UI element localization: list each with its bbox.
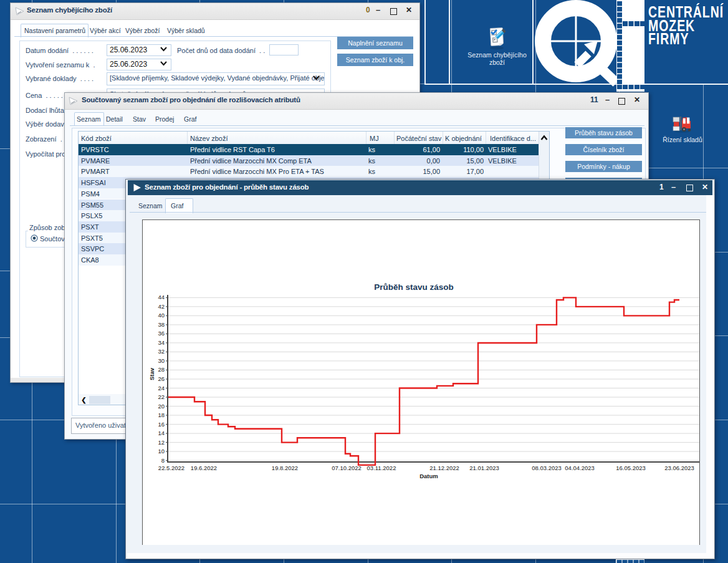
svg-text:14: 14 [158,430,165,436]
svg-text:20: 20 [158,403,165,410]
svg-text:21.01.2023: 21.01.2023 [469,464,499,471]
svg-text:34: 34 [158,339,165,346]
svg-text:12: 12 [158,439,165,446]
svg-text:42: 42 [158,303,165,310]
svg-text:08.03.2023: 08.03.2023 [532,464,562,471]
svg-text:26: 26 [158,375,165,382]
svg-text:07.10.2022: 07.10.2022 [332,464,362,471]
svg-text:40: 40 [158,312,165,319]
svg-text:32: 32 [158,348,165,355]
svg-text:04.04.2023: 04.04.2023 [565,464,595,471]
svg-text:18: 18 [158,411,165,418]
svg-text:44: 44 [158,294,165,301]
svg-text:Stav: Stav [148,367,155,380]
svg-text:10: 10 [158,448,165,455]
svg-text:28: 28 [158,366,165,373]
svg-text:19.6.2022: 19.6.2022 [191,464,217,471]
svg-text:8: 8 [161,457,165,464]
svg-text:Datum: Datum [419,473,438,479]
svg-text:16: 16 [158,421,165,428]
svg-text:36: 36 [158,330,165,337]
svg-text:23.06.2023: 23.06.2023 [664,464,694,471]
svg-text:22.5.2022: 22.5.2022 [158,464,184,471]
svg-text:21.12.2022: 21.12.2022 [429,464,459,471]
svg-text:22: 22 [158,393,165,400]
svg-text:16.05.2023: 16.05.2023 [616,464,646,471]
svg-text:19.8.2022: 19.8.2022 [272,464,298,471]
svg-text:24: 24 [158,385,165,392]
svg-text:38: 38 [158,321,165,328]
svg-text:30: 30 [158,357,165,364]
svg-text:Průběh stavu zásob: Průběh stavu zásob [374,282,454,292]
